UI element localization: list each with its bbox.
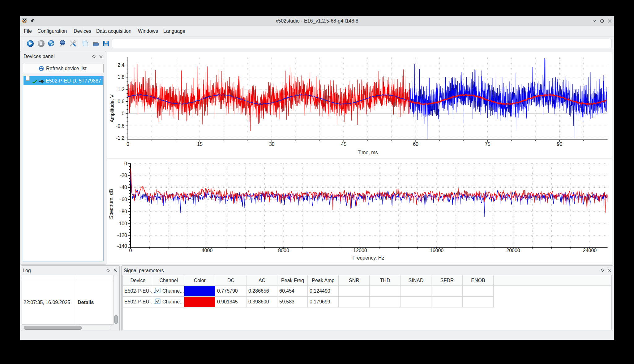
svg-text:1.2: 1.2: [118, 87, 124, 92]
svg-text:0.6: 0.6: [118, 99, 124, 104]
svg-text:45: 45: [341, 142, 347, 147]
svg-text:-20: -20: [120, 173, 127, 178]
svg-text:-80: -80: [120, 209, 127, 214]
svg-text:20000: 20000: [506, 248, 520, 253]
svg-text:Spectrum, dB: Spectrum, dB: [109, 189, 114, 219]
svg-text:-1.2: -1.2: [116, 135, 125, 141]
svg-text:Frequency, Hz: Frequency, Hz: [353, 255, 384, 260]
svg-text:90: 90: [557, 142, 563, 147]
svg-text:8000: 8000: [278, 248, 289, 253]
svg-text:30: 30: [269, 142, 275, 147]
svg-text:4000: 4000: [202, 248, 213, 253]
svg-text:24000: 24000: [583, 248, 597, 253]
svg-text:-0.6: -0.6: [116, 123, 125, 129]
svg-text:15: 15: [197, 142, 203, 147]
svg-text:-40: -40: [120, 185, 127, 190]
svg-text:2.4: 2.4: [118, 62, 124, 68]
svg-text:-140: -140: [117, 243, 127, 249]
svg-text:-100: -100: [117, 221, 127, 226]
svg-text:1.8: 1.8: [118, 74, 124, 80]
svg-text:0: 0: [129, 248, 132, 253]
svg-text:60: 60: [413, 142, 418, 147]
svg-text:75: 75: [485, 142, 490, 147]
svg-text:16000: 16000: [430, 248, 444, 253]
svg-text:Time, ms: Time, ms: [358, 150, 378, 155]
svg-text:-120: -120: [117, 233, 127, 238]
svg-text:0: 0: [124, 161, 127, 166]
svg-text:12000: 12000: [353, 248, 367, 253]
svg-text:Amplitude, V: Amplitude, V: [109, 94, 115, 122]
svg-text:-60: -60: [120, 197, 127, 202]
svg-text:0: 0: [126, 142, 129, 147]
svg-text:0: 0: [122, 111, 125, 116]
